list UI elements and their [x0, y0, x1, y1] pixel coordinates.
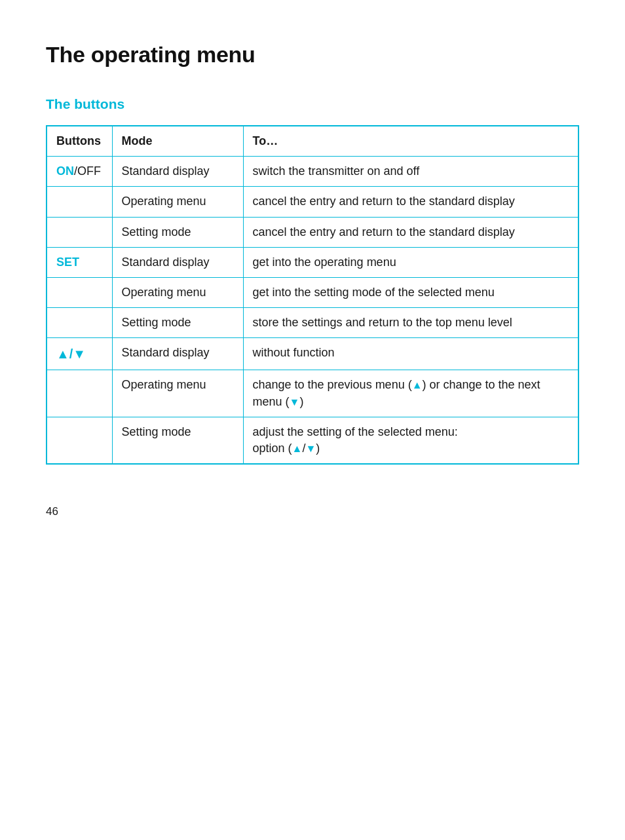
buttons-table: Buttons Mode To… ON/OFF Standard display… — [46, 125, 579, 465]
table-row: SET Standard display get into the operat… — [47, 247, 578, 277]
table-row: Operating menu change to the previous me… — [47, 370, 578, 417]
to-cell-set-operating: get into the setting mode of the selecte… — [243, 277, 578, 307]
set-label: SET — [56, 256, 79, 269]
button-cell-empty-6 — [47, 417, 112, 464]
table-row: ON/OFF Standard display switch the trans… — [47, 157, 578, 187]
page-title: The operating menu — [46, 39, 579, 71]
table-row: Operating menu cancel the entry and retu… — [47, 187, 578, 217]
mode-cell-standard-2: Standard display — [112, 247, 243, 277]
mode-cell-setting-1: Setting mode — [112, 217, 243, 247]
mode-cell-setting-2: Setting mode — [112, 308, 243, 338]
arrow-down-icon-2: ▼ — [305, 443, 316, 454]
mode-cell-standard-1: Standard display — [112, 157, 243, 187]
off-label: OFF — [77, 164, 101, 178]
table-row: Setting mode adjust the setting of the s… — [47, 417, 578, 464]
table-row: Setting mode cancel the entry and return… — [47, 217, 578, 247]
mode-cell-operating-3: Operating menu — [112, 370, 243, 417]
to-cell-arrows-setting: adjust the setting of the selected menu:… — [243, 417, 578, 464]
to-cell-arrows-standard: without function — [243, 338, 578, 370]
button-cell-empty-3 — [47, 277, 112, 307]
to-cell-set-setting: store the settings and return to the top… — [243, 308, 578, 338]
button-cell-set: SET — [47, 247, 112, 277]
col-header-to: To… — [243, 126, 578, 157]
to-cell-onoff-standard: switch the transmitter on and off — [243, 157, 578, 187]
table-row: ▲/▼ Standard display without function — [47, 338, 578, 370]
arrow-up-icon-2: ▲ — [292, 443, 303, 454]
mode-cell-operating-1: Operating menu — [112, 187, 243, 217]
section-heading: The buttons — [46, 94, 579, 113]
col-header-buttons: Buttons — [47, 126, 112, 157]
col-header-mode: Mode — [112, 126, 243, 157]
button-cell-empty-2 — [47, 217, 112, 247]
to-cell-onoff-setting: cancel the entry and return to the stand… — [243, 217, 578, 247]
mode-cell-operating-2: Operating menu — [112, 277, 243, 307]
arrow-down-icon: ▼ — [290, 396, 300, 408]
to-cell-set-standard: get into the operating menu — [243, 247, 578, 277]
page-number: 46 — [46, 504, 579, 520]
button-cell-arrows: ▲/▼ — [47, 338, 112, 370]
table-row: Operating menu get into the setting mode… — [47, 277, 578, 307]
button-cell-onoff: ON/OFF — [47, 157, 112, 187]
on-label: ON — [56, 164, 74, 178]
table-row: Setting mode store the settings and retu… — [47, 308, 578, 338]
to-cell-onoff-operating: cancel the entry and return to the stand… — [243, 187, 578, 217]
button-cell-empty-1 — [47, 187, 112, 217]
arrows-label: ▲/▼ — [56, 347, 86, 361]
button-cell-empty-4 — [47, 308, 112, 338]
to-cell-arrows-operating: change to the previous menu (▲) or chang… — [243, 370, 578, 417]
arrow-up-icon: ▲ — [412, 379, 423, 391]
mode-cell-setting-3: Setting mode — [112, 417, 243, 464]
button-cell-empty-5 — [47, 370, 112, 417]
mode-cell-standard-3: Standard display — [112, 338, 243, 370]
